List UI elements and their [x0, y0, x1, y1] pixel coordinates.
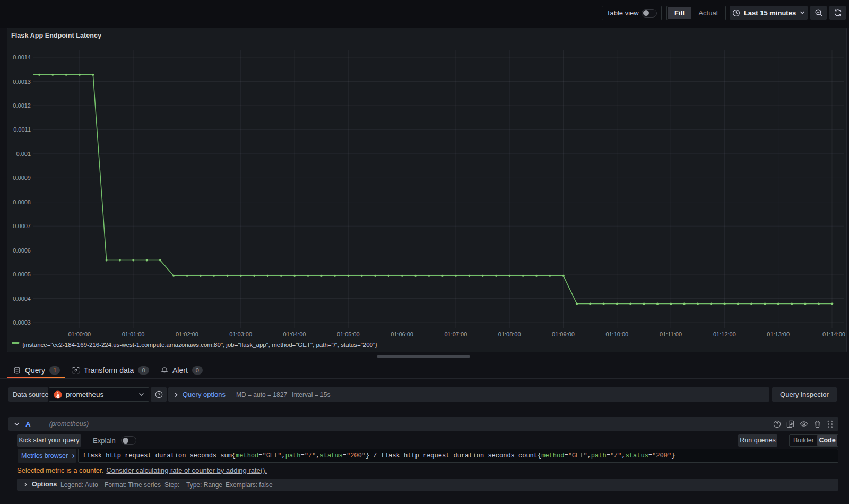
svg-text:01:02:00: 01:02:00 [176, 331, 198, 337]
svg-text:{instance="ec2-184-169-216-224: {instance="ec2-184-169-216-224.us-west-1… [22, 342, 377, 348]
svg-text:01:07:00: 01:07:00 [444, 331, 467, 337]
svg-text:01:06:00: 01:06:00 [391, 331, 413, 337]
svg-text:0.0011: 0.0011 [13, 126, 31, 133]
svg-text:01:03:00: 01:03:00 [229, 331, 252, 337]
svg-text:01:10:00: 01:10:00 [605, 331, 628, 337]
svg-text:0.0007: 0.0007 [13, 223, 31, 229]
svg-text:0.0014: 0.0014 [13, 54, 31, 60]
svg-text:01:13:00: 01:13:00 [767, 331, 790, 337]
svg-text:0.001: 0.001 [16, 151, 31, 157]
svg-text:01:04:00: 01:04:00 [283, 331, 306, 337]
svg-text:0.0012: 0.0012 [13, 102, 31, 109]
svg-text:0.0009: 0.0009 [13, 175, 31, 181]
svg-text:0.0008: 0.0008 [13, 199, 31, 205]
svg-text:01:09:00: 01:09:00 [552, 331, 575, 337]
svg-text:0.0005: 0.0005 [13, 271, 31, 277]
svg-text:01:05:00: 01:05:00 [337, 331, 360, 337]
svg-text:01:14:00: 01:14:00 [822, 331, 845, 337]
svg-text:01:00:00: 01:00:00 [68, 331, 91, 337]
svg-text:0.0004: 0.0004 [13, 296, 31, 302]
svg-text:0.0003: 0.0003 [13, 319, 31, 326]
svg-text:0.0006: 0.0006 [13, 247, 31, 254]
svg-text:0.0013: 0.0013 [13, 79, 31, 85]
svg-text:01:12:00: 01:12:00 [713, 331, 736, 337]
svg-text:01:08:00: 01:08:00 [498, 331, 521, 337]
svg-text:01:01:00: 01:01:00 [122, 331, 145, 337]
svg-text:01:11:00: 01:11:00 [660, 331, 682, 337]
